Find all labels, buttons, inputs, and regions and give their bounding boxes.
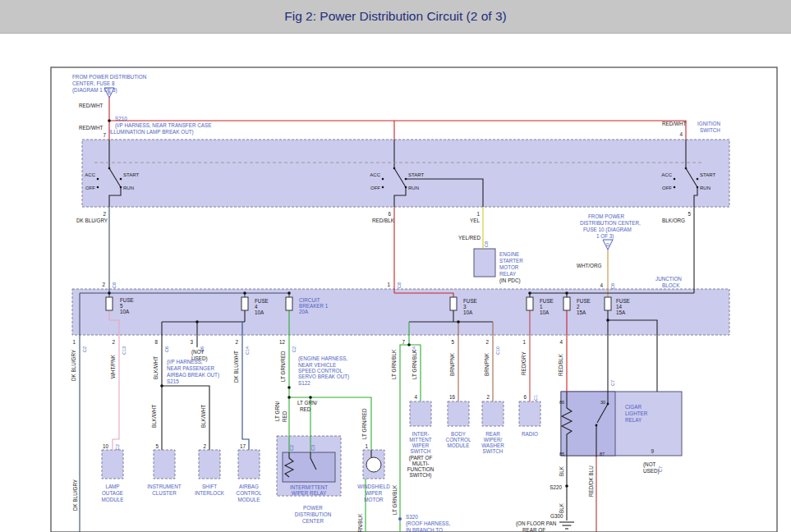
diagram-label: LT GRN/ [274, 401, 280, 421]
diagram-label: DISTRIBUTION [295, 511, 332, 517]
diagram-label: FUSE [463, 298, 477, 304]
diagram-label: 2 [486, 394, 490, 400]
diagram-label: 1 [387, 282, 390, 287]
diagram-label: ACC [370, 172, 380, 177]
diagram-label: SERVO BREAK OUT) [298, 374, 349, 380]
diagram-label: RED [282, 410, 287, 422]
diagram-label: CIGAR [625, 404, 642, 410]
diagram-label: S210 [115, 116, 127, 122]
diagram-label: INTERLOCK [195, 490, 225, 496]
switch-contact-dot [405, 186, 407, 189]
diagram-label: 1 [365, 443, 368, 449]
diagram-label: LT GRN/BLK [392, 484, 398, 515]
diagram-label: JUNCTION [655, 276, 682, 282]
diagram-label: START [700, 172, 715, 177]
diagram-label: RED/WHT [79, 103, 103, 108]
diagram-label: 5 [120, 303, 123, 309]
diagram-label: WIPER RELAY [292, 490, 327, 496]
switch-contact-dot [685, 167, 688, 170]
switch-contact-dot [393, 167, 396, 170]
diagram-label: IN BRANCH TO [406, 527, 443, 532]
diagram-label: REAR OF [522, 527, 545, 532]
diagram-label: BLOCK [662, 282, 680, 288]
diagram-label: BLK [559, 502, 564, 513]
diagram-label: C2 [292, 346, 297, 352]
diagram-label: (I/P HARNESS, NEAR TRANSFER CASE [115, 122, 211, 129]
fuse-symbol [241, 297, 248, 310]
diagram-label: REAR [485, 431, 500, 437]
wiring-diagram-page: BDFROM POWER DISTRIBUTIONCENTER, FUSE 8(… [0, 0, 791, 532]
diagram-label: 1 [540, 304, 543, 310]
splice-dot [287, 291, 291, 295]
splice-dot [407, 343, 411, 346]
diagram-label: STARTER [499, 258, 523, 264]
splice-dot [528, 291, 531, 295]
diagram-label: 2 [102, 282, 105, 287]
diagram-label: 4 [414, 394, 417, 400]
splice-dot [606, 319, 609, 322]
switch-contact-dot [405, 178, 407, 181]
diagram-label: 20A [299, 309, 309, 314]
diagram-label: 17 [240, 443, 246, 449]
diagram-label: NEAR VEHICLE [298, 362, 336, 368]
diagram-label: 87 [600, 452, 605, 456]
component-box-shift-interlock [199, 450, 220, 479]
diagram-label: RED/DK BLU [588, 466, 594, 497]
diagram-label: C8 [397, 282, 402, 288]
diagram-label: WASHER [481, 443, 504, 448]
diagram-label: S320 [406, 514, 418, 520]
diagram-label: (IN PDC) [499, 277, 521, 284]
component-box-lamp-outage-module [102, 450, 123, 479]
diagram-label: (ROOF HARNESS, [406, 521, 450, 527]
diagram-label: BLK/WHT [153, 356, 159, 379]
diagram-label: LT GRN/BLK [357, 513, 363, 532]
diagram-label: SPEED CONTROL [298, 368, 343, 374]
diagram-label: OFF [662, 186, 672, 190]
component-box-radio [519, 401, 540, 426]
figure-title: Fig 2: Power Distribution Circuit (2 of … [284, 9, 506, 24]
diagram-label: C3 [310, 445, 315, 451]
diagram-label: SWITCH [483, 448, 504, 454]
splice-dot [108, 119, 111, 122]
diagram-label: RED/GRY [521, 351, 527, 375]
diagram-label: C2 [115, 444, 120, 450]
splice-dot [287, 396, 291, 399]
diagram-label: INSTRUMENT [147, 484, 181, 489]
diagram-label: 3 [190, 339, 193, 345]
diagram-label: ACC [85, 172, 95, 177]
diagram-label: 5 [451, 339, 454, 345]
diagram-label: 14 [616, 304, 623, 310]
diagram-label: CONTROL [446, 437, 471, 443]
diagram-label: WINDSHIELD [357, 484, 390, 489]
diagram-label: RUN [700, 186, 711, 190]
diagram-label: RUN [408, 186, 419, 190]
diagram-label: FUSE 10 (DIAGRAM [583, 227, 632, 233]
diagram-label: OFF [370, 186, 380, 190]
diagram-label: WIPER [366, 490, 383, 496]
diagram-label: FROM POWER DISTRIBUTION [72, 74, 147, 80]
diagram-label: C2 [289, 445, 294, 451]
diagram-label: (I/P HARNESS, [167, 359, 203, 365]
diagram-label: DK BLU/GRY [71, 349, 76, 381]
diagram-label: 1 [522, 339, 526, 345]
fuse-symbol [106, 297, 113, 310]
diagram-label: RED/BLK [558, 353, 563, 376]
figure-title-bar: Fig 2: Power Distribution Circuit (2 of … [0, 0, 791, 34]
diagram-label: BLK/WHT [151, 405, 157, 428]
diagram-label: 6 [523, 394, 527, 400]
switch-contact-dot [382, 186, 384, 189]
diagram-label: BRN/PNK [484, 352, 490, 376]
diagram-label: C8 [112, 282, 117, 288]
diagram-label: C13 [122, 346, 126, 355]
diagram-label: NEAR PASSENGER [167, 365, 214, 371]
diagram-label: (NOT [643, 461, 656, 468]
switch-contact-dot [382, 178, 384, 181]
diagram-label: 4 [255, 304, 258, 310]
diagram-label: 2 [112, 339, 115, 345]
diagram-label: BLK/WHT [200, 405, 206, 428]
diagram-label: DK BLU/GRY [76, 218, 108, 223]
diagram-label: RED/WHT [662, 121, 687, 126]
diagram-label: 86 [559, 400, 564, 405]
off-page-connector-letter: D [606, 242, 609, 247]
diagram-label: MITTENT [409, 437, 431, 443]
